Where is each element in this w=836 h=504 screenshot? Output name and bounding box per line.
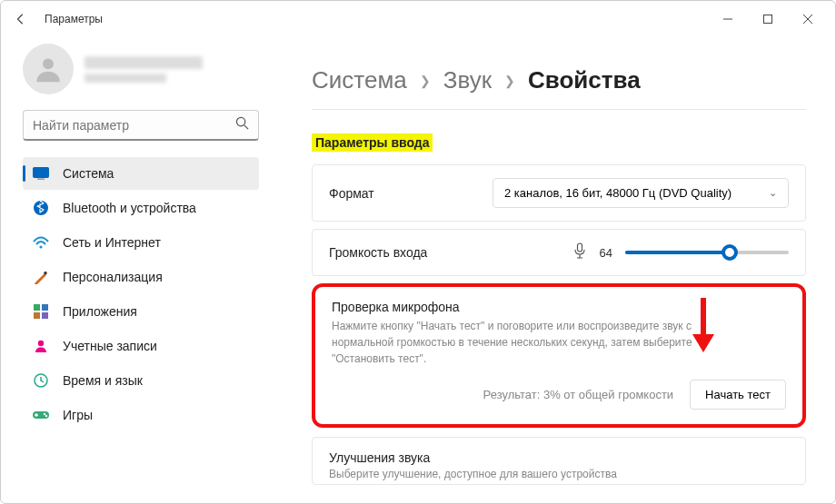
sidebar-item-bluetooth[interactable]: Bluetooth и устройства — [23, 192, 259, 224]
volume-label: Громкость входа — [329, 245, 560, 260]
svg-rect-13 — [42, 312, 48, 319]
personalization-icon — [32, 268, 50, 286]
search-input[interactable] — [33, 118, 235, 133]
breadcrumb: Система ❯ Звук ❯ Свойства — [312, 46, 806, 110]
nav-list: Система Bluetooth и устройства Сеть и Ин… — [23, 157, 259, 431]
svg-rect-12 — [34, 312, 40, 319]
svg-point-18 — [45, 415, 47, 417]
nav-label: Bluetooth и устройства — [63, 201, 196, 215]
svg-point-8 — [39, 245, 42, 248]
breadcrumb-item[interactable]: Звук — [443, 66, 492, 94]
sidebar-item-time[interactable]: Время и язык — [23, 364, 259, 397]
network-icon — [32, 233, 50, 252]
sidebar-item-accounts[interactable]: Учетные записи — [23, 330, 259, 362]
svg-point-17 — [44, 413, 45, 415]
volume-value: 64 — [600, 246, 612, 260]
svg-point-3 — [236, 117, 244, 125]
titlebar: Параметры — [1, 1, 835, 37]
svg-rect-19 — [577, 243, 582, 252]
microphone-test-card: Проверка микрофона Нажмите кнопку "Начат… — [312, 283, 806, 428]
format-card: Формат 2 каналов, 16 бит, 48000 Гц (DVD … — [312, 164, 806, 222]
svg-rect-6 — [37, 179, 45, 180]
microphone-icon[interactable] — [572, 242, 587, 262]
time-icon — [32, 371, 50, 390]
avatar — [23, 44, 74, 94]
svg-rect-5 — [34, 168, 49, 178]
sidebar-item-system[interactable]: Система — [23, 157, 259, 190]
mic-test-title: Проверка микрофона — [332, 300, 786, 314]
nav-label: Сеть и Интернет — [63, 235, 161, 250]
start-test-button[interactable]: Начать тест — [690, 380, 786, 410]
profile[interactable] — [23, 37, 259, 101]
bluetooth-icon — [32, 199, 50, 217]
format-value: 2 каналов, 16 бит, 48000 Гц (DVD Quality… — [504, 186, 732, 200]
slider-thumb[interactable] — [722, 244, 738, 261]
enhancements-description: Выберите улучшение, доступное для вашего… — [329, 468, 789, 480]
volume-slider[interactable] — [625, 251, 789, 254]
nav-label: Приложения — [63, 304, 137, 319]
chevron-right-icon: ❯ — [420, 74, 431, 88]
section-heading-input: Параметры ввода — [312, 133, 433, 152]
back-button[interactable] — [8, 6, 34, 32]
mic-test-description: Нажмите кнопку "Начать тест" и поговорит… — [332, 318, 750, 367]
chevron-right-icon: ❯ — [504, 74, 515, 88]
chevron-down-icon: ⌄ — [769, 187, 777, 199]
nav-label: Учетные записи — [63, 339, 157, 353]
svg-point-14 — [38, 341, 44, 346]
breadcrumb-item-current: Свойства — [528, 66, 641, 94]
svg-line-4 — [244, 125, 248, 129]
svg-point-2 — [43, 58, 54, 69]
nav-label: Время и язык — [63, 373, 143, 388]
svg-rect-11 — [42, 304, 48, 311]
format-label: Формат — [329, 186, 474, 201]
profile-email — [85, 74, 166, 83]
close-button[interactable] — [788, 5, 828, 33]
maximize-button[interactable] — [748, 5, 788, 33]
svg-rect-10 — [34, 304, 40, 311]
format-select[interactable]: 2 каналов, 16 бит, 48000 Гц (DVD Quality… — [493, 178, 789, 208]
search-box[interactable] — [23, 110, 259, 141]
content: Система ❯ Звук ❯ Свойства Параметры ввод… — [274, 37, 835, 503]
enhancements-card[interactable]: Улучшения звука Выберите улучшение, дост… — [312, 437, 806, 485]
sidebar-item-apps[interactable]: Приложения — [23, 295, 259, 328]
breadcrumb-item[interactable]: Система — [312, 66, 407, 94]
window-title: Параметры — [45, 13, 103, 25]
sidebar-item-network[interactable]: Сеть и Интернет — [23, 226, 259, 259]
search-icon — [235, 116, 249, 133]
accounts-icon — [32, 337, 50, 355]
nav-label: Игры — [63, 408, 93, 422]
sidebar: Система Bluetooth и устройства Сеть и Ин… — [1, 37, 274, 503]
nav-label: Система — [63, 166, 114, 181]
enhancements-title: Улучшения звука — [329, 450, 789, 465]
mic-test-result: Результат: 3% от общей громкости — [483, 388, 674, 401]
nav-label: Персонализация — [63, 270, 163, 284]
sidebar-item-games[interactable]: Игры — [23, 399, 259, 431]
svg-rect-1 — [764, 15, 772, 24]
sidebar-item-personalization[interactable]: Персонализация — [23, 261, 259, 293]
apps-icon — [32, 302, 50, 321]
volume-card: Громкость входа 64 — [312, 229, 806, 276]
games-icon — [32, 406, 50, 424]
system-icon — [32, 164, 50, 183]
profile-name — [85, 56, 203, 69]
minimize-button[interactable] — [708, 5, 748, 33]
